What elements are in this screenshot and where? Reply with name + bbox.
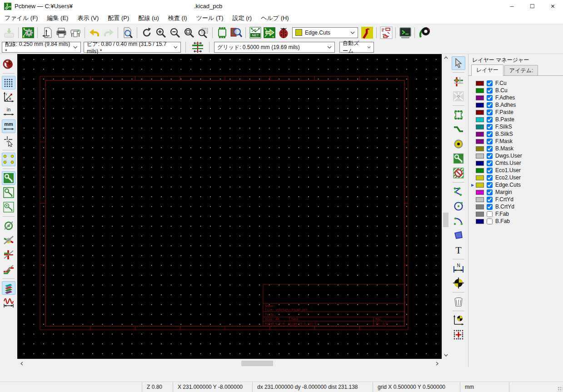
layer-color-swatch[interactable] [476, 219, 484, 224]
layer-color-swatch[interactable] [476, 139, 484, 144]
tracks-sketch-button[interactable] [2, 263, 15, 276]
add-circle-button[interactable] [452, 199, 465, 213]
zoom-fit-button[interactable] [182, 25, 196, 40]
high-contrast-button[interactable] [2, 233, 15, 247]
zoom-selection-button[interactable] [196, 25, 210, 40]
layer-color-swatch[interactable] [476, 117, 484, 122]
netlist-button[interactable]: NET [248, 25, 262, 40]
layer-row[interactable]: ▶B.Paste [468, 116, 563, 123]
layer-row[interactable]: ▶F.Fab [468, 210, 563, 218]
layer-row-current[interactable]: ▶Edge.Cuts [468, 181, 563, 189]
scroll-right-button[interactable] [433, 360, 441, 367]
add-arc-button[interactable] [452, 214, 465, 228]
scripting-console-button[interactable] [398, 25, 412, 40]
interactive-router-settings-button[interactable] [379, 25, 393, 40]
print-button[interactable] [54, 25, 68, 40]
layer-color-swatch[interactable] [476, 146, 484, 151]
tab-items[interactable]: アイテム: [504, 65, 538, 75]
add-footprint-button[interactable] [452, 108, 465, 122]
layer-row[interactable]: ▶Margin [468, 189, 563, 196]
layer-color-swatch[interactable] [476, 95, 484, 100]
footprint-editor-button[interactable] [215, 25, 229, 40]
grid-origin-button[interactable] [452, 328, 465, 342]
units-mm-button[interactable]: mm [2, 119, 15, 133]
layer-visibility-checkbox[interactable] [487, 95, 493, 101]
save-button[interactable] [2, 25, 16, 40]
zoom-select[interactable]: 自動ズーム [339, 42, 374, 53]
polar-coords-button[interactable]: r θ [2, 90, 15, 104]
menu-edit[interactable]: 編集 (E) [42, 13, 73, 24]
vertical-scrollbar[interactable] [442, 54, 449, 359]
menu-inspect[interactable]: 検査 (I) [164, 13, 192, 24]
scroll-up-button[interactable] [442, 54, 449, 61]
menu-place[interactable]: 配置 (P) [103, 13, 134, 24]
drill-origin-button[interactable] [452, 313, 465, 327]
layer-visibility-checkbox[interactable] [487, 124, 493, 130]
menu-route[interactable]: 配線 (u) [134, 13, 164, 24]
add-dimension-button[interactable]: N [452, 262, 465, 275]
local-ratsnest-button[interactable] [452, 89, 465, 103]
layer-color-swatch[interactable] [476, 132, 484, 137]
layer-visibility-checkbox[interactable] [487, 197, 493, 203]
vias-sketch-button[interactable] [2, 219, 15, 233]
page-settings-button[interactable] [40, 25, 54, 40]
scroll-left-button[interactable] [18, 360, 25, 367]
add-keepout-button[interactable] [452, 166, 465, 180]
tab-layers[interactable]: レイヤー [471, 65, 503, 76]
add-zone-button[interactable] [452, 152, 465, 165]
maximize-button[interactable]: ☐ [522, 0, 543, 13]
layer-row[interactable]: ▶Dwgs.User [468, 152, 563, 159]
add-graphic-line-button[interactable] [452, 185, 465, 198]
layer-visibility-checkbox[interactable] [487, 117, 493, 123]
layer-color-swatch[interactable] [476, 183, 484, 188]
zoom-out-button[interactable] [168, 25, 182, 40]
units-inch-button[interactable]: in [2, 105, 15, 119]
add-text-button[interactable]: T [452, 243, 465, 257]
layer-row[interactable]: ▶F.Mask [468, 138, 563, 145]
show-ratsnest-button[interactable] [2, 153, 15, 166]
menu-preferences[interactable]: 設定 (r) [228, 13, 257, 24]
layer-color-swatch[interactable] [476, 190, 484, 195]
layer-row[interactable]: ▶B.Fab [468, 218, 563, 225]
find-button[interactable] [120, 25, 135, 40]
layer-visibility-checkbox[interactable] [487, 168, 493, 174]
drc-button[interactable] [276, 25, 290, 40]
minimize-button[interactable]: ─ [502, 0, 522, 13]
pads-sketch-button[interactable] [2, 248, 15, 262]
zoom-in-button[interactable] [154, 25, 168, 40]
delete-tool-button[interactable] [452, 295, 465, 308]
layer-row[interactable]: ▶F.Adhes [468, 94, 563, 101]
layer-row[interactable]: ▶F.SilkS [468, 123, 563, 130]
layer-visibility-checkbox[interactable] [487, 218, 493, 224]
layer-row[interactable]: ▶F.Cu [468, 79, 563, 87]
zones-unfilled-button[interactable] [2, 186, 15, 199]
resize-grip[interactable] [558, 387, 562, 391]
layer-color-swatch[interactable] [476, 161, 484, 166]
layer-visibility-checkbox[interactable] [487, 211, 493, 217]
undo-button[interactable] [87, 25, 101, 40]
layer-color-swatch[interactable] [476, 81, 484, 86]
via-size-select[interactable]: ビア: 0.80 / 0.40 mm (31.5 / 15.7 mils) * [84, 42, 181, 53]
pcb-canvas[interactable]: Sheet: File: yokutiny.kicad_pcb Title: S… [17, 54, 442, 359]
cursor-shape-button[interactable] [2, 134, 15, 148]
plot-button[interactable] [68, 25, 82, 40]
layer-row[interactable]: ▶B.Adhes [468, 101, 563, 109]
menu-file[interactable]: ファイル (F) [0, 13, 42, 24]
layer-row[interactable]: ▶B.Cu [468, 87, 563, 94]
route-tracks-button[interactable] [452, 123, 465, 136]
highlight-net-button[interactable] [452, 75, 465, 89]
layer-color-swatch[interactable] [476, 124, 484, 129]
freeroute-button[interactable] [417, 25, 431, 40]
title-bar[interactable]: Pcbnew — C:¥Users¥ .kicad_pcb ─ ☐ ✕ [0, 0, 563, 13]
close-button[interactable]: ✕ [543, 0, 563, 13]
grid-select[interactable]: グリッド: 0.5000 mm (19.69 mils) [214, 42, 335, 53]
layer-row[interactable]: ▶Eco2.User [468, 174, 563, 181]
layer-row[interactable]: ▶B.SilkS [468, 130, 563, 138]
layer-color-swatch[interactable] [476, 88, 484, 93]
layer-color-swatch[interactable] [476, 103, 484, 108]
drc-off-button[interactable] [2, 57, 15, 71]
vertical-scroll-thumb[interactable] [443, 213, 448, 227]
active-layer-select[interactable]: Edge.Cuts [292, 27, 358, 38]
layer-visibility-checkbox[interactable] [487, 131, 493, 137]
board-setup-button[interactable] [21, 25, 35, 40]
